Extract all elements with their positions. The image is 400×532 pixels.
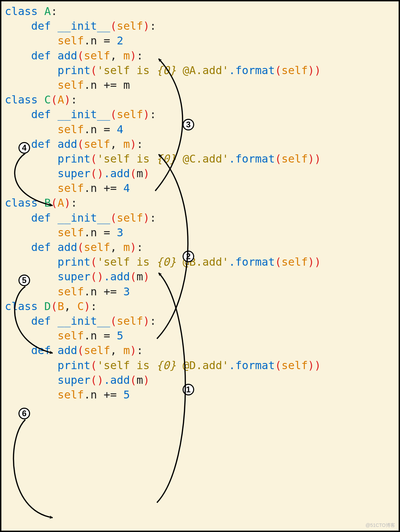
class-c-decl: class C(A): — [5, 93, 395, 107]
class-d-init-body: self.n = 5 — [5, 328, 395, 343]
class-d-init-def: def __init__(self): — [5, 314, 395, 328]
class-d-add-super: super().add(m) — [5, 373, 395, 388]
class-a-add-def: def add(self, m): — [5, 48, 395, 63]
class-b-add-print: print('self is {0} @B.add'.format(self)) — [5, 255, 395, 269]
watermark: @51CTO博客 — [365, 522, 395, 529]
class-b-init-def: def __init__(self): — [5, 211, 395, 225]
step-5-badge: 5 — [18, 275, 30, 286]
class-a-init-body: self.n = 2 — [5, 33, 395, 48]
class-a-init-def: def __init__(self): — [5, 19, 395, 33]
class-b-decl: class B(A): — [5, 196, 395, 210]
class-c-init-body: self.n = 4 — [5, 122, 395, 137]
class-d-add-print: print('self is {0} @D.add'.format(self)) — [5, 358, 395, 373]
class-c-init-def: def __init__(self): — [5, 107, 395, 122]
class-b-add-super: super().add(m) — [5, 269, 395, 284]
step-4-badge: 4 — [18, 142, 30, 154]
step-6-badge: 6 — [18, 408, 30, 419]
class-c-add-def: def add(self, m): — [5, 137, 395, 152]
class-d-add-def: def add(self, m): — [5, 343, 395, 358]
class-b-add-def: def add(self, m): — [5, 240, 395, 255]
class-a-decl: class A: — [5, 4, 395, 19]
class-d-add-inc: self.n += 5 — [5, 388, 395, 402]
class-b-add-inc: self.n += 3 — [5, 284, 395, 299]
class-c-add-print: print('self is {0} @C.add'.format(self)) — [5, 152, 395, 166]
step-3-badge: 3 — [183, 119, 194, 130]
class-b-init-body: self.n = 3 — [5, 225, 395, 240]
class-a-add-print: print('self is {0} @A.add'.format(self)) — [5, 63, 395, 78]
class-c-add-inc: self.n += 4 — [5, 181, 395, 196]
class-d-decl: class D(B, C): — [5, 299, 395, 314]
step-1-badge: 1 — [183, 384, 194, 395]
arrow-6 — [13, 420, 53, 518]
code-block: class A: def __init__(self): self.n = 2 … — [5, 4, 395, 402]
step-2-badge: 2 — [183, 251, 194, 262]
class-a-add-inc: self.n += m — [5, 78, 395, 93]
class-c-add-super: super().add(m) — [5, 166, 395, 181]
